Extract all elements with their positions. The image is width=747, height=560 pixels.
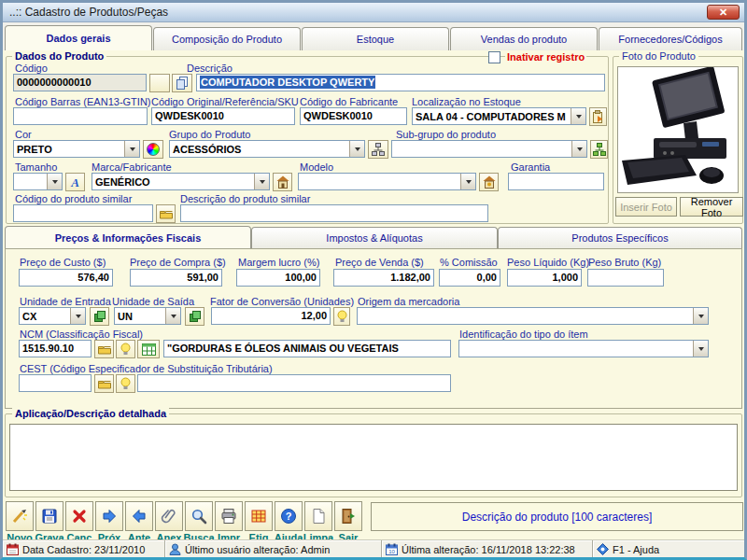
tab-precos-informacoes-fiscais[interactable]: Preços & Informações Fiscais — [5, 226, 251, 248]
peso-bruto-field[interactable] — [587, 269, 664, 287]
tab-vendas-produto[interactable]: Vendas do produto — [450, 27, 598, 50]
sair-button[interactable] — [334, 501, 362, 531]
inativar-registro-label: Inativar registro — [505, 51, 586, 63]
descricao-field[interactable]: COMPUTADOR DESKTOP QWERTY — [196, 74, 605, 91]
marca-home-button[interactable] — [273, 173, 292, 191]
busca-button[interactable] — [185, 501, 213, 531]
model-home-icon — [483, 175, 496, 189]
remover-foto-button[interactable]: Remover Foto — [680, 197, 743, 217]
stock-clipboard-button[interactable] — [589, 107, 607, 126]
chevron-down-icon[interactable] — [571, 141, 586, 157]
etiqueta-button[interactable] — [245, 501, 273, 531]
limpar-button[interactable] — [304, 501, 332, 531]
imprimir-button[interactable] — [215, 501, 243, 531]
color-wheel-button[interactable] — [143, 140, 163, 159]
chevron-down-icon[interactable] — [693, 341, 708, 357]
codigo-blank-button[interactable] — [149, 74, 170, 92]
chevron-down-icon[interactable] — [70, 308, 85, 324]
chevron-down-icon[interactable] — [571, 108, 585, 124]
tab-fornecedores-codigos[interactable]: Fornecedores/Códigos — [599, 27, 742, 50]
tipo-item-select[interactable] — [458, 340, 709, 357]
ncm-folder-button[interactable] — [94, 340, 114, 358]
search-icon — [190, 508, 207, 525]
tamanho-select[interactable] — [13, 173, 63, 190]
unidade-saida-layers-button[interactable] — [185, 307, 204, 326]
cest-descricao-field[interactable] — [137, 374, 451, 392]
preco-compra-field[interactable]: 591,00 — [130, 269, 222, 287]
chevron-down-icon[interactable] — [693, 308, 708, 324]
sku-field[interactable]: QWDESK0010 — [151, 107, 295, 125]
tab-produtos-especificos[interactable]: Produtos Específicos — [498, 227, 742, 248]
subgrupo-tree-button[interactable] — [590, 140, 608, 159]
unidade-entrada-layers-button[interactable] — [90, 307, 109, 326]
user-icon — [169, 543, 181, 555]
paperclip-icon — [161, 508, 177, 525]
novo-button[interactable] — [6, 501, 34, 531]
peso-liquido-label: Peso Líquido (Kg) — [507, 257, 589, 268]
similar-folder-button[interactable] — [156, 204, 176, 223]
descricao-selected-text: COMPUTADOR DESKTOP QWERTY — [200, 76, 375, 89]
tab-estoque[interactable]: Estoque — [302, 27, 449, 50]
chevron-down-icon[interactable] — [254, 174, 269, 189]
close-button[interactable]: ✕ — [707, 5, 740, 20]
help-icon: ? — [280, 508, 297, 525]
cor-select[interactable]: PRETO — [13, 140, 140, 158]
tab-impostos-aliquotas[interactable]: Impostos & Alíquotas — [251, 227, 498, 248]
localizacao-label: Localização no Estoque — [412, 96, 521, 107]
unidade-entrada-select[interactable]: CX — [19, 307, 86, 325]
ncm-descricao-field[interactable]: "GORDURAS E ÓLEOS ANIMAIS OU VEGETAIS — [163, 340, 451, 357]
subgrupo-select[interactable] — [391, 140, 587, 158]
inserir-foto-button[interactable]: Inserir Foto — [615, 197, 677, 217]
cest-lamp-button[interactable] — [116, 374, 135, 393]
cest-field[interactable] — [19, 374, 92, 392]
chevron-down-icon[interactable] — [349, 141, 364, 157]
ncm-lamp-button[interactable] — [116, 340, 135, 358]
anexo-button[interactable] — [155, 501, 183, 531]
tab-composicao-produto[interactable]: Composição do Produto — [153, 27, 301, 50]
cod-fabricante-field[interactable]: QWDESK0010 — [300, 107, 407, 125]
margem-lucro-field[interactable]: 100,00 — [236, 269, 320, 287]
chevron-down-icon[interactable] — [124, 141, 139, 157]
chevron-down-icon[interactable] — [47, 174, 62, 189]
copy-button[interactable] — [172, 74, 192, 92]
proximo-button[interactable] — [95, 501, 123, 531]
garantia-field[interactable] — [508, 173, 604, 190]
cest-folder-button[interactable] — [94, 374, 114, 393]
marca-select[interactable]: GENÉRICO — [92, 173, 270, 190]
origem-select[interactable] — [357, 307, 709, 325]
desc-similar-field[interactable] — [180, 204, 488, 222]
aplicacao-textarea[interactable] — [9, 424, 738, 491]
codigo-field[interactable]: 0000000000010 — [13, 74, 147, 91]
cod-similar-field[interactable] — [13, 204, 153, 222]
grupo-tree-button[interactable] — [368, 140, 388, 159]
unidade-saida-select[interactable]: UN — [114, 307, 181, 325]
grupo-select[interactable]: ACESSÓRIOS — [169, 140, 365, 158]
inativar-registro-checkbox[interactable] — [488, 51, 500, 63]
chevron-down-icon[interactable] — [460, 174, 475, 189]
peso-liquido-field[interactable]: 1,000 — [507, 269, 582, 287]
gravar-button[interactable] — [35, 501, 63, 531]
status-bar: Data Cadastro: 23/11/2010 Último usuário… — [3, 539, 744, 557]
preco-venda-field[interactable]: 1.182,00 — [333, 269, 434, 287]
cor-label: Cor — [15, 129, 32, 140]
preco-custo-field[interactable]: 576,40 — [19, 269, 113, 287]
ajuda-button[interactable]: ? — [275, 501, 303, 531]
tamanho-font-button[interactable]: A — [65, 173, 85, 191]
modelo-select[interactable] — [298, 173, 476, 190]
cancelar-button[interactable] — [65, 501, 93, 531]
fator-lamp-button[interactable] — [333, 307, 350, 326]
fator-conversao-label: Fator de Conversão (Unidades) — [210, 296, 354, 307]
desktop-computer-image — [618, 67, 738, 192]
chevron-down-icon[interactable] — [165, 308, 180, 324]
ncm-table-button[interactable] — [137, 340, 160, 358]
subgrupo-label: Sub-grupo do produto — [396, 129, 496, 140]
fator-conversao-field[interactable]: 12,00 — [211, 307, 331, 325]
codigo-barras-field[interactable] — [13, 107, 148, 125]
modelo-home-button[interactable] — [479, 173, 499, 191]
tab-dados-gerais[interactable]: Dados gerais — [5, 25, 152, 50]
comissao-field[interactable]: 0,00 — [439, 269, 500, 287]
ncm-field[interactable]: 1515.90.10 — [19, 340, 92, 357]
localizacao-select[interactable]: SALA 04 - COMPUTADORES M — [412, 107, 586, 125]
ncm-folder-icon — [98, 343, 111, 355]
anterior-button[interactable] — [125, 501, 153, 531]
